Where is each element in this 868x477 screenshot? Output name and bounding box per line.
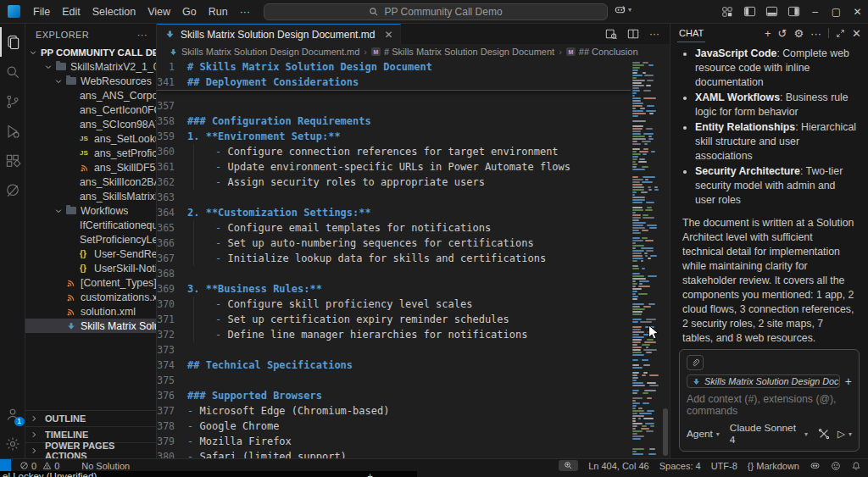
code-line-341[interactable]: 341## Deployment Considerations xyxy=(157,75,631,90)
menu-run[interactable]: Run xyxy=(203,6,234,18)
explorer-item-pp-community-call-demo[interactable]: PP COMMUNITY CALL DEMO xyxy=(25,45,156,59)
explorer-item-ans-certicon0fc07b04[interactable]: ans_CertIcon0FC07B04-... xyxy=(25,103,156,117)
model-dropdown[interactable]: Claude Sonnet 4▾ xyxy=(730,422,808,446)
explorer-item-content-types-xml[interactable]: [Content_Types].xml xyxy=(25,275,156,290)
code-line-357[interactable]: 357 xyxy=(157,98,631,114)
explorer-item-ans-skilldf54eed8[interactable]: ans_SkillDF54EED8-... xyxy=(25,160,156,175)
chat-expand-icon[interactable] xyxy=(836,29,845,38)
code-line-371[interactable]: 371- Set up certification expiry reminde… xyxy=(157,312,631,327)
window-maximize-button[interactable]: ▢ xyxy=(826,0,847,23)
explorer-item-user-sendreminder[interactable]: {}User-SendReminder... xyxy=(25,247,156,261)
breadcrumb-item-1[interactable]: M# Skills Matrix Solution Design Documen… xyxy=(371,47,554,57)
code-line-373[interactable]: 373 xyxy=(157,342,631,358)
code-line-374[interactable]: 374## Technical Specifications xyxy=(157,358,631,373)
explorer-item-ans-setproficiencyl[interactable]: JSans_setProficiencyL... xyxy=(25,146,156,160)
problems-status[interactable]: 0 0 xyxy=(19,461,59,471)
customize-layout-icon[interactable] xyxy=(716,0,738,23)
copilot-menu-button[interactable]: ▾ xyxy=(614,3,632,16)
open-preview-icon[interactable] xyxy=(605,28,617,40)
code-line-379[interactable]: 379- Mozilla Firefox xyxy=(157,434,631,449)
menu-selection[interactable]: Selection xyxy=(86,6,142,18)
code-line-1[interactable]: 1# Skills Matrix Solution Design Documen… xyxy=(157,59,631,75)
new-chat-icon[interactable]: + xyxy=(765,27,771,40)
extensions-activity-icon[interactable] xyxy=(0,146,25,175)
scrollbar-thumb[interactable] xyxy=(663,408,668,456)
code-line-360[interactable]: 360- Configure connection references for… xyxy=(157,144,631,159)
code-line-375[interactable]: 375 xyxy=(157,373,631,388)
code-line-364[interactable]: 3642. **Customization Settings:** xyxy=(157,205,631,220)
explorer-more-actions[interactable]: ··· xyxy=(137,30,147,40)
code-line-366[interactable]: 366- Set up auto-numbering sequences for… xyxy=(157,236,631,251)
explorer-item-workflows[interactable]: Workflows xyxy=(25,203,156,218)
minimap[interactable] xyxy=(631,59,661,458)
command-center-search[interactable]: PP Community Call Demo xyxy=(264,3,608,20)
chat-history-icon[interactable]: ↺ xyxy=(778,27,787,40)
window-minimize-button[interactable]: – xyxy=(804,0,826,23)
attach-context-button[interactable] xyxy=(687,355,704,370)
send-button[interactable]: ▷▾ xyxy=(837,428,852,440)
code-line-367[interactable]: 367- Initialize lookup data for skills a… xyxy=(157,251,631,266)
code-line-369[interactable]: 3693. **Business Rules:** xyxy=(157,281,631,297)
toggle-primary-sidebar-icon[interactable] xyxy=(738,0,760,23)
code-line-376[interactable]: 376### Supported Browsers xyxy=(157,388,631,403)
explorer-item-skills-matrix-solution-d[interactable]: Skills Matrix Solution D... xyxy=(25,319,156,333)
explorer-item-customizations-xml[interactable]: customizations.xml xyxy=(25,290,156,304)
chat-input-placeholder[interactable]: Add context (#), extensions (@), command… xyxy=(687,392,852,418)
menu-overflow[interactable]: ··· xyxy=(234,6,257,18)
tab-skills-matrix-md[interactable]: Skills Matrix Solution Design Document.m… xyxy=(157,24,401,44)
explorer-activity-icon[interactable] xyxy=(0,27,25,57)
mode-dropdown[interactable]: Agent▾ xyxy=(687,428,720,440)
sidebar-section-power-pages-actions[interactable]: POWER PAGES ACTIONS xyxy=(25,442,156,458)
chat-close-icon[interactable]: ✕ xyxy=(852,27,861,40)
toggle-panel-icon[interactable] xyxy=(760,0,782,23)
code-line-380[interactable]: 380- Safari (limited support) xyxy=(157,449,631,458)
menu-view[interactable]: View xyxy=(142,6,176,18)
copilot-status-icon[interactable] xyxy=(810,460,821,471)
code-line-372[interactable]: 372- Define line manager hierarchies for… xyxy=(157,327,631,342)
accounts-activity-icon[interactable]: 1 xyxy=(0,399,25,429)
menu-edit[interactable]: Edit xyxy=(56,6,86,18)
chat-input-box[interactable]: Skills Matrix Solution Design Document.m… xyxy=(679,349,860,452)
explorer-item-ifcertificationequalsoth[interactable]: IfCertificationequalsOth... xyxy=(25,218,156,232)
toggle-secondary-sidebar-icon[interactable] xyxy=(782,0,804,23)
code-line-361[interactable]: 361- Update environment-specific URLs in… xyxy=(157,159,631,175)
code-line-359[interactable]: 3591. **Environment Setup:** xyxy=(157,129,631,144)
explorer-item-ans-ans-corporate-log[interactable]: ans_ANS_Corporate_log... xyxy=(25,88,156,103)
add-context-plus-icon[interactable]: + xyxy=(845,374,852,388)
code-line-378[interactable]: 378- Google Chrome xyxy=(157,419,631,434)
menu-file[interactable]: File xyxy=(27,6,56,18)
code-line-377[interactable]: 377- Microsoft Edge (Chromium-based) xyxy=(157,403,631,419)
code-line-365[interactable]: 365- Configure email templates for notif… xyxy=(157,220,631,236)
indentation[interactable]: Spaces: 4 xyxy=(659,461,701,471)
code-line-358[interactable]: 358### Configuration Requirements xyxy=(157,114,631,129)
explorer-item-setproficiencylevelto0[interactable]: SetProficiencyLevelto0-... xyxy=(25,232,156,247)
explorer-item-userskill-notifyline[interactable]: {}UserSkill-NotifyLine... xyxy=(25,261,156,275)
feedback-smiley-icon[interactable] xyxy=(831,461,841,471)
encoding[interactable]: UTF-8 xyxy=(711,461,737,471)
editor-scrollbar[interactable] xyxy=(661,59,670,458)
code-line-368[interactable]: 368 xyxy=(157,266,631,281)
remote-indicator[interactable] xyxy=(0,459,11,472)
code-line-370[interactable]: 370- Configure skill proficiency level s… xyxy=(157,297,631,312)
language-mode[interactable]: {} Markdown xyxy=(748,461,799,471)
explorer-item-solution-xml[interactable]: solution.xml xyxy=(25,304,156,319)
editor-more-actions[interactable]: ··· xyxy=(649,28,659,40)
window-close-button[interactable]: ✕ xyxy=(847,0,868,23)
search-activity-icon[interactable] xyxy=(0,57,25,86)
zoom-status-icon[interactable] xyxy=(559,460,578,471)
cursor-position[interactable]: Ln 404, Col 46 xyxy=(588,461,649,471)
source-control-activity-icon[interactable] xyxy=(0,86,25,116)
copilot-chat-activity-icon[interactable] xyxy=(0,175,25,205)
solution-status[interactable]: No Solution xyxy=(81,461,130,471)
tools-icon[interactable] xyxy=(818,428,830,440)
explorer-item-ans-skillicon2ba29019[interactable]: ans_SkillIcon2BA29019-... xyxy=(25,175,156,189)
editor-body[interactable]: 1# Skills Matrix Solution Design Documen… xyxy=(157,59,670,458)
menu-go[interactable]: Go xyxy=(176,6,203,18)
explorer-item-webresources[interactable]: WebResources xyxy=(25,74,156,88)
context-chip[interactable]: Skills Matrix Solution Design Document.m… xyxy=(687,374,840,388)
explorer-item-ans-skillsmatrixiconskill[interactable]: ans_SkillsMatrixIconSkill... xyxy=(25,189,156,203)
chat-more-icon[interactable]: ··· xyxy=(810,27,821,40)
notifications-bell-icon[interactable] xyxy=(851,461,861,471)
explorer-item-ans-scicon98a7ce50-2[interactable]: ans_SCIcon98A7CE50-2... xyxy=(25,117,156,131)
explorer-item-skillsmatrixv2-1-0-0-13[interactable]: SkillsMatrixV2_1_0_0_13 xyxy=(25,59,156,74)
